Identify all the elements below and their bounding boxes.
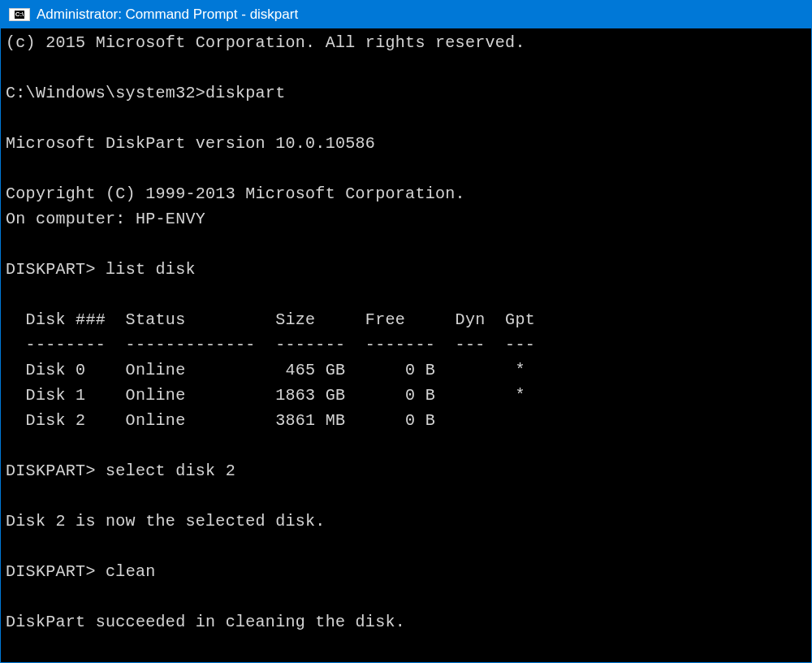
- command-prompt-window: C:\ Administrator: Command Prompt - disk…: [0, 0, 812, 663]
- diskpart-copyright: Copyright (C) 1999-2013 Microsoft Corpor…: [6, 184, 465, 203]
- copyright-line: (c) 2015 Microsoft Corporation. All righ…: [6, 33, 525, 52]
- diskpart-version: Microsoft DiskPart version 10.0.10586: [6, 134, 375, 153]
- cmd-diskpart: diskpart: [205, 84, 285, 102]
- diskpart-prompt: DISKPART>: [6, 260, 96, 279]
- cmd-icon: C:\: [9, 8, 30, 21]
- cmd-icon-text: C:\: [15, 11, 25, 19]
- cmd-list-disk: list disk: [106, 260, 196, 279]
- terminal-output[interactable]: (c) 2015 Microsoft Corporation. All righ…: [1, 28, 811, 662]
- cmd-clean: clean: [106, 562, 156, 581]
- prompt-path: C:\Windows\system32>: [6, 84, 205, 102]
- window-title: Administrator: Command Prompt - diskpart: [37, 6, 298, 23]
- cmd-select-disk: select disk 2: [106, 462, 235, 480]
- disk-row-1: Disk 1 Online 1863 GB 0 B *: [6, 386, 525, 405]
- computer-line: On computer: HP-ENVY: [6, 210, 205, 228]
- diskpart-prompt: DISKPART>: [6, 462, 96, 480]
- disk-table-header: Disk ### Status Size Free Dyn Gpt: [6, 310, 535, 329]
- disk-row-0: Disk 0 Online 465 GB 0 B *: [6, 361, 525, 379]
- select-result: Disk 2 is now the selected disk.: [6, 512, 326, 531]
- titlebar[interactable]: C:\ Administrator: Command Prompt - disk…: [1, 1, 811, 28]
- disk-row-2: Disk 2 Online 3861 MB 0 B: [6, 411, 435, 430]
- clean-result: DiskPart succeeded in cleaning the disk.: [6, 613, 405, 631]
- diskpart-prompt: DISKPART>: [6, 562, 96, 581]
- disk-table-divider: -------- ------------- ------- ------- -…: [6, 336, 535, 354]
